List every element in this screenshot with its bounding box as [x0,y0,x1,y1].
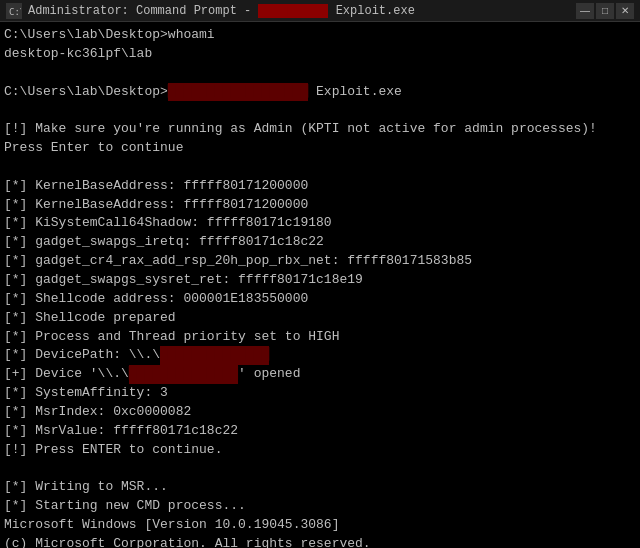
title-icon: C:\ [6,3,22,19]
line: [!] Press ENTER to continue. [4,441,636,460]
line: [*] Shellcode address: 000001E183550000 [4,290,636,309]
line: [*] gadget_cr4_rax_add_rsp_20h_pop_rbx_n… [4,252,636,271]
minimize-button[interactable]: — [576,3,594,19]
line [4,459,636,478]
line [4,158,636,177]
line: [*] Starting new CMD process... [4,497,636,516]
line: [*] Process and Thread priority set to H… [4,328,636,347]
title-bar: C:\ Administrator: Command Prompt - ████… [0,0,640,22]
line: C:\Users\lab\Desktop>██████████████████ … [4,83,636,102]
line: [*] Writing to MSR... [4,478,636,497]
line: [*] MsrValue: fffff80171c18c22 [4,422,636,441]
line: [*] KernelBaseAddress: fffff80171200000 [4,177,636,196]
terminal: C:\Users\lab\Desktop>whoami desktop-kc36… [0,22,640,548]
line: [*] gadget_swapgs_sysret_ret: fffff80171… [4,271,636,290]
line [4,101,636,120]
line: [!] Make sure you're running as Admin (K… [4,120,636,139]
line: [*] KernelBaseAddress: fffff80171200000 [4,196,636,215]
line: [*] DevicePath: \\.\██████████████ [4,346,636,365]
title-buttons: — □ ✕ [576,3,634,19]
line: desktop-kc36lpf\lab [4,45,636,64]
line: [*] KiSystemCall64Shadow: fffff80171c191… [4,214,636,233]
line: [*] MsrIndex: 0xc0000082 [4,403,636,422]
line: [*] SystemAffinity: 3 [4,384,636,403]
title-text: Administrator: Command Prompt - ██████ E… [28,4,570,18]
line: C:\Users\lab\Desktop>whoami [4,26,636,45]
line [4,64,636,83]
line: [*] gadget_swapgs_iretq: fffff80171c18c2… [4,233,636,252]
svg-text:C:\: C:\ [9,7,21,17]
close-button[interactable]: ✕ [616,3,634,19]
line: Microsoft Windows [Version 10.0.19045.30… [4,516,636,535]
line: (c) Microsoft Corporation. All rights re… [4,535,636,548]
line: [+] Device '\\.\██████████████' opened [4,365,636,384]
maximize-button[interactable]: □ [596,3,614,19]
line: [*] Shellcode prepared [4,309,636,328]
line: Press Enter to continue [4,139,636,158]
